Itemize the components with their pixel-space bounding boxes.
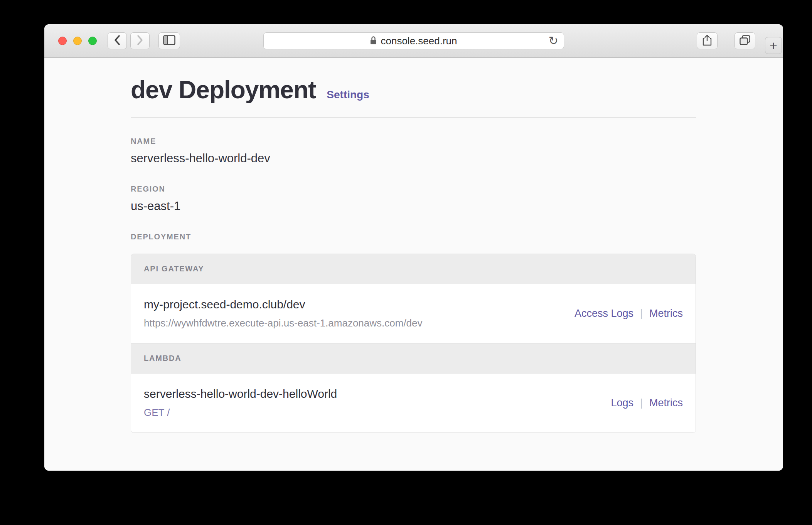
access-logs-link[interactable]: Access Logs — [574, 308, 633, 320]
browser-titlebar: console.seed.run ↻ + — [44, 24, 783, 58]
share-button[interactable] — [697, 32, 718, 49]
lambda-row: serverless-hello-world-dev-helloWorld GE… — [131, 374, 696, 432]
section-header-lambda: LAMBDA — [131, 343, 696, 374]
new-tab-button[interactable]: + — [765, 37, 782, 54]
lambda-route: GET / — [144, 407, 337, 419]
settings-link[interactable]: Settings — [327, 89, 369, 101]
minimize-window-button[interactable] — [73, 37, 82, 45]
sidebar-icon — [163, 35, 175, 47]
back-button[interactable] — [108, 32, 127, 49]
api-metrics-link[interactable]: Metrics — [649, 308, 683, 320]
name-label: NAME — [131, 137, 696, 146]
reload-icon[interactable]: ↻ — [549, 35, 558, 47]
deployment-card: API GATEWAY my-project.seed-demo.club/de… — [131, 254, 696, 433]
lambda-info: serverless-hello-world-dev-helloWorld GE… — [144, 387, 337, 419]
name-value: serverless-hello-world-dev — [131, 151, 696, 165]
api-endpoint-url: https://wywhfdwtre.execute-api.us-east-1… — [144, 317, 423, 329]
back-chevron-icon — [114, 35, 121, 47]
address-bar[interactable]: console.seed.run ↻ — [263, 32, 564, 49]
zoom-window-button[interactable] — [88, 37, 97, 45]
share-icon — [702, 34, 712, 47]
title-divider — [131, 117, 696, 118]
forward-chevron-icon — [136, 35, 143, 47]
section-header-api-gateway: API GATEWAY — [131, 254, 696, 284]
region-label: REGION — [131, 185, 696, 194]
lambda-links: Logs | Metrics — [611, 397, 683, 409]
page-content: dev Deployment Settings NAME serverless-… — [44, 58, 783, 471]
page-title: dev Deployment — [131, 76, 316, 104]
plus-icon: + — [770, 38, 777, 53]
lambda-metrics-link[interactable]: Metrics — [649, 397, 683, 409]
nav-buttons — [108, 32, 150, 49]
link-separator: | — [640, 308, 643, 320]
api-gateway-row: my-project.seed-demo.club/dev https://wy… — [131, 284, 696, 343]
tab-overview-button[interactable] — [735, 32, 755, 49]
sidebar-toggle-button[interactable] — [158, 32, 180, 49]
deployment-label: DEPLOYMENT — [131, 232, 696, 241]
forward-button[interactable] — [130, 32, 150, 49]
url-text: console.seed.run — [381, 35, 457, 47]
link-separator: | — [640, 397, 643, 409]
api-endpoint-title: my-project.seed-demo.club/dev — [144, 298, 423, 311]
api-gateway-links: Access Logs | Metrics — [574, 308, 683, 320]
page-header: dev Deployment Settings — [131, 76, 696, 104]
traffic-lights — [58, 24, 97, 57]
lambda-function-name: serverless-hello-world-dev-helloWorld — [144, 387, 337, 400]
api-gateway-info: my-project.seed-demo.club/dev https://wy… — [144, 298, 423, 329]
browser-window: console.seed.run ↻ + — [44, 24, 783, 471]
logs-link[interactable]: Logs — [611, 397, 633, 409]
tabs-icon — [740, 35, 750, 47]
region-value: us-east-1 — [131, 199, 696, 213]
lock-icon — [370, 36, 377, 46]
close-window-button[interactable] — [58, 37, 67, 45]
